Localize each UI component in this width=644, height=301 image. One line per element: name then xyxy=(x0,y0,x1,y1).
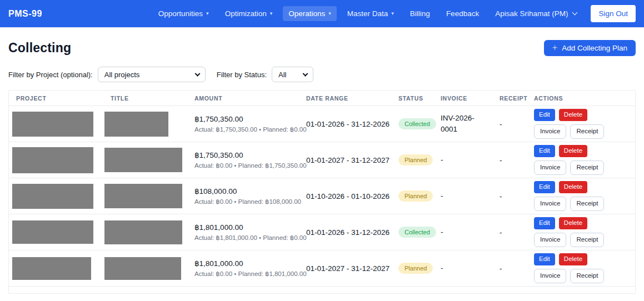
nav-item-label: Billing xyxy=(410,9,430,18)
delete-button[interactable]: Delete xyxy=(559,217,587,229)
date-range-value: 01-01-2027 - 31-12-2027 xyxy=(306,264,398,273)
add-collecting-plan-button[interactable]: + Add Collecting Plan xyxy=(544,40,636,56)
column-header-amount: Amount xyxy=(194,95,306,102)
title-placeholder xyxy=(104,184,182,208)
project-filter-label: Filter by Project (optional): xyxy=(8,71,93,79)
project-placeholder xyxy=(12,112,93,137)
delete-button[interactable]: Delete xyxy=(559,109,587,121)
collecting-table: Project Title Amount Date Range Status I… xyxy=(8,90,636,294)
edit-button[interactable]: Edit xyxy=(534,217,555,229)
project-cell xyxy=(16,112,111,137)
project-cell xyxy=(16,257,111,280)
date-range-value: 01-01-2026 - 31-12-2026 xyxy=(306,228,398,237)
nav-item-label: Feedback xyxy=(446,9,479,18)
date-range-value: 01-01-2027 - 31-12-2027 xyxy=(306,156,398,164)
status-filter-label: Filter by Status: xyxy=(217,71,267,79)
status-filter-select[interactable]: All xyxy=(272,67,313,82)
user-menu[interactable]: Apisak Srihamat (PM) xyxy=(490,6,582,21)
amount-cell: ฿1,750,350.00 Actual: ฿1,750,350.00 • Pl… xyxy=(194,114,306,133)
column-header-title: Title xyxy=(111,95,194,102)
nav-item-label: Opportunities xyxy=(158,9,203,18)
edit-button[interactable]: Edit xyxy=(534,109,555,121)
project-placeholder xyxy=(12,220,93,244)
amount-value: ฿108,000.00 xyxy=(194,187,306,195)
amount-value: ฿1,801,000.00 xyxy=(194,223,306,232)
amount-value: ฿1,750,350.00 xyxy=(194,114,306,123)
column-header-status: Status xyxy=(398,95,441,102)
status-cell: Collected xyxy=(398,118,441,129)
project-placeholder xyxy=(12,184,93,209)
column-header-receipt: Receipt xyxy=(500,95,534,102)
column-header-date-range: Date Range xyxy=(306,95,398,102)
invoice-button[interactable]: Invoice xyxy=(534,233,566,247)
nav-item-opportunities[interactable]: Opportunities ▾ xyxy=(153,6,214,21)
project-filter-select[interactable]: All projects xyxy=(98,67,206,82)
nav-item-master-data[interactable]: Master Data ▾ xyxy=(342,6,400,21)
delete-button[interactable]: Delete xyxy=(559,253,587,265)
column-header-actions: Actions xyxy=(534,95,628,102)
date-range-value: 01-10-2026 - 01-10-2026 xyxy=(306,192,398,200)
delete-button[interactable]: Delete xyxy=(559,145,587,157)
invoice-button[interactable]: Invoice xyxy=(534,269,566,283)
edit-button[interactable]: Edit xyxy=(534,181,555,193)
project-placeholder xyxy=(12,257,91,280)
receipt-button[interactable]: Receipt xyxy=(570,124,604,139)
nav-item-optimization[interactable]: Optimization ▾ xyxy=(219,6,278,21)
amount-value: ฿1,750,350.00 xyxy=(194,150,306,159)
receipt-value: - xyxy=(500,264,534,273)
amount-cell: ฿1,801,000.00 Actual: ฿0.00 • Planned: ฿… xyxy=(194,259,306,278)
status-cell: Planned xyxy=(398,190,441,202)
sign-out-button[interactable]: Sign Out xyxy=(591,5,636,22)
delete-button[interactable]: Delete xyxy=(559,181,587,193)
table-row: ฿1,801,000.00 Actual: ฿0.00 • Planned: ฿… xyxy=(9,250,635,287)
title-cell xyxy=(111,220,194,244)
receipt-value: - xyxy=(500,120,534,128)
chevron-down-icon: ▾ xyxy=(270,11,273,16)
invoice-value: - xyxy=(441,190,490,202)
receipt-value: - xyxy=(500,192,534,200)
invoice-value: - xyxy=(441,227,490,238)
edit-button[interactable]: Edit xyxy=(534,253,555,265)
title-placeholder xyxy=(104,148,182,172)
project-cell xyxy=(16,147,111,173)
status-cell: Planned xyxy=(398,154,441,165)
nav-item-operations[interactable]: Operations ▾ xyxy=(283,6,337,21)
invoice-button[interactable]: Invoice xyxy=(534,160,566,175)
page-header: Collecting + Add Collecting Plan xyxy=(8,40,636,56)
filter-bar: Filter by Project (optional): All projec… xyxy=(8,67,636,82)
amount-breakdown: Actual: ฿1,801,000.00 • Planned: ฿0.00 xyxy=(194,234,306,242)
edit-button[interactable]: Edit xyxy=(534,145,555,157)
actions-cell: Edit Delete Invoice Receipt xyxy=(534,109,617,139)
table-body: ฿1,750,350.00 Actual: ฿1,750,350.00 • Pl… xyxy=(9,106,635,287)
actions-cell: Edit Delete Invoice Receipt xyxy=(534,217,617,247)
app-root: PMS-99 Opportunities ▾ Optimization ▾ Op… xyxy=(0,0,644,294)
table-header-row: Project Title Amount Date Range Status I… xyxy=(9,91,635,106)
status-badge: Planned xyxy=(398,263,433,274)
title-cell xyxy=(111,148,194,172)
receipt-button[interactable]: Receipt xyxy=(570,160,604,175)
amount-cell: ฿108,000.00 Actual: ฿0.00 • Planned: ฿10… xyxy=(194,187,306,205)
nav-item-feedback[interactable]: Feedback xyxy=(441,6,485,21)
nav-item-label: Operations xyxy=(288,9,325,18)
brand-logo[interactable]: PMS-99 xyxy=(8,9,42,19)
invoice-value: - xyxy=(441,154,490,165)
page-content: Collecting + Add Collecting Plan Filter … xyxy=(0,40,644,294)
nav-item-billing[interactable]: Billing xyxy=(405,6,436,21)
receipt-button[interactable]: Receipt xyxy=(570,269,604,283)
amount-value: ฿1,801,000.00 xyxy=(194,259,306,268)
amount-cell: ฿1,801,000.00 Actual: ฿1,801,000.00 • Pl… xyxy=(194,223,306,242)
chevron-down-icon: ▾ xyxy=(328,11,331,16)
page-title: Collecting xyxy=(8,41,71,56)
title-cell xyxy=(111,257,194,280)
title-placeholder xyxy=(104,112,168,137)
nav-item-label: Optimization xyxy=(225,9,267,18)
invoice-button[interactable]: Invoice xyxy=(534,124,566,139)
invoice-button[interactable]: Invoice xyxy=(534,197,566,211)
project-cell xyxy=(16,184,111,209)
receipt-button[interactable]: Receipt xyxy=(570,233,604,247)
chevron-down-icon xyxy=(572,10,578,16)
project-cell xyxy=(16,220,111,244)
add-button-label: Add Collecting Plan xyxy=(562,44,627,52)
receipt-button[interactable]: Receipt xyxy=(570,197,604,211)
status-badge: Planned xyxy=(398,190,433,202)
